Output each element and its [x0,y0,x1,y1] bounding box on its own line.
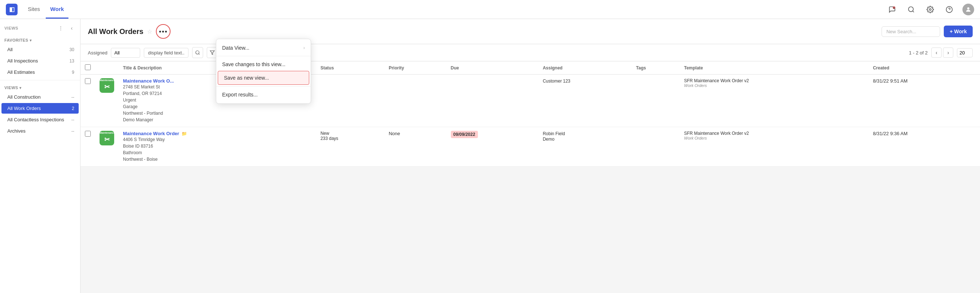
help-icon[interactable] [943,4,955,15]
dropdown-divider-2 [216,86,311,87]
priority-cell [384,74,446,127]
row-checkbox[interactable] [85,131,91,137]
work-badge: Maintenance ✂ [100,131,114,146]
sidebar-item-all-construction[interactable]: All Construction -- [2,92,79,102]
sidebar-item-label: Archives [7,128,67,134]
col-status: Status [316,62,385,74]
sidebar-item-all[interactable]: All 30 [2,44,79,55]
table-row: Maintenance ✂ Maintenance Work O... 2748… [81,74,980,127]
new-search-input[interactable]: New Search... [881,26,940,37]
sidebar-item-archives[interactable]: Archives -- [2,126,79,136]
main-content: All Work Orders ☆ New Search... + Work A… [81,19,980,293]
toolbar: Assigned All display field text.. 1 - 2 … [81,44,980,62]
sidebar-item-all-estimates[interactable]: All Estimates 9 [2,67,79,78]
nav-icons: ! [886,4,974,15]
new-work-button[interactable]: + Work [944,25,973,37]
created-cell: 8/31/22 9:51 AM [869,74,980,127]
sidebar: VIEWS ⋮ ‹ FAVORITES ▾ All 30 All Inspect… [0,19,81,293]
col-tags: Tags [632,62,679,74]
prev-page-button[interactable]: ‹ [931,48,942,58]
due-date-badge: 09/09/2022 [451,131,478,138]
notifications-icon[interactable]: ! [886,4,898,15]
assigned-select[interactable]: All [111,48,140,58]
chevron-right-icon: › [303,45,305,51]
work-order-title[interactable]: Maintenance Work Order [123,131,179,136]
dropdown-menu: Data View... › Save changes to this view… [216,39,311,104]
work-order-title[interactable]: Maintenance Work O... [123,78,174,84]
priority-cell: None [384,127,446,166]
due-cell [447,74,539,127]
svg-text:!: ! [894,6,894,9]
status-cell [316,74,385,127]
views-label: VIEWS [5,26,18,30]
favorites-label: FAVORITES [5,38,28,43]
app-logo[interactable]: ◧ [6,4,18,15]
sidebar-item-label: All Estimates [7,70,67,75]
sidebar-item-all-work-orders[interactable]: All Work Orders 2 [2,103,79,114]
settings-icon[interactable] [924,4,936,15]
page-header: All Work Orders ☆ New Search... + Work [81,19,980,44]
sidebar-item-label: All [7,47,67,52]
work-order-desc: 2748 SE Market St Portland, OR 97214 Urg… [123,84,174,123]
title-cell: Maintenance Work Order 📁 4406 S Timridge… [123,131,301,163]
favorites-arrow: ▾ [30,38,32,43]
template-cell: SFR Maintenance Work Order v2 Work Order… [679,74,869,127]
sidebar-header: VIEWS ⋮ ‹ [0,19,80,35]
top-nav: ◧ Sites Work ! [0,0,980,19]
sidebar-item-all-inspections[interactable]: All Inspections 13 [2,55,79,66]
favorite-star-icon[interactable]: ☆ [147,28,152,35]
sidebar-item-label: All Work Orders [7,106,67,111]
dropdown-item-save-as-new[interactable]: Save as new view... [218,71,309,85]
sidebar-item-count: 30 [67,47,74,52]
table-area: Title & Description Status Priority Due … [81,62,980,293]
search-filter-icon[interactable] [192,47,203,58]
sidebar-item-count: 13 [67,59,74,63]
col-priority: Priority [384,62,446,74]
sidebar-item-count: -- [67,117,74,122]
table-row: Maintenance ✂ Maintenance Work Order 📁 [81,127,980,166]
badge-label: Maintenance [100,131,114,134]
assigned-cell: Robin Field Demo [538,127,632,166]
created-cell: 8/31/22 9:36 AM [869,127,980,166]
sidebar-collapse-icon[interactable]: ‹ [68,24,76,32]
template-cell: SFR Maintenance Work Order v2 Work Order… [679,127,869,166]
next-page-button[interactable]: › [943,48,953,58]
sidebar-item-all-contactless[interactable]: All Contactless Inspections -- [2,114,79,125]
template-name: SFR Maintenance Work Order v2 [684,131,864,136]
nav-tabs: Sites Work [24,0,68,19]
folder-icon: 📁 [181,131,187,136]
col-template: Template [679,62,869,74]
dropdown-item-data-view[interactable]: Data View... › [216,41,311,54]
badge-label: Maintenance [100,78,114,81]
page-title: All Work Orders [88,27,143,36]
display-field-button[interactable]: display field text.. [144,48,188,58]
favorites-group[interactable]: FAVORITES ▾ [0,35,80,44]
template-sub: Work Orders [684,83,864,88]
pagination-info: 1 - 2 of 2 [909,50,928,55]
more-options-button[interactable] [156,24,170,39]
nav-tab-sites[interactable]: Sites [24,0,44,19]
work-badge: Maintenance ✂ [100,78,114,93]
search-icon[interactable] [905,4,917,15]
select-all-checkbox[interactable] [85,64,91,70]
template-name: SFR Maintenance Work Order v2 [684,78,864,83]
per-page-select[interactable]: 20 [957,48,973,57]
due-cell: 09/09/2022 [447,127,539,166]
nav-tab-work[interactable]: Work [46,0,68,19]
dropdown-item-export[interactable]: Export results... [216,88,311,101]
sidebar-item-count: 2 [67,106,74,111]
views-group[interactable]: VIEWS ▾ [0,82,80,91]
assigned-cell: Customer 123 [538,74,632,127]
template-sub: Work Orders [684,136,864,140]
row-checkbox[interactable] [85,78,91,84]
avatar[interactable] [963,4,974,15]
views-sub-label: VIEWS [5,86,18,90]
sidebar-item-label: All Inspections [7,58,67,63]
svg-point-7 [196,51,199,54]
dropdown-divider [216,56,311,56]
col-assigned: Assigned [538,62,632,74]
sidebar-more-icon[interactable]: ⋮ [57,24,65,32]
svg-point-3 [929,8,931,10]
dropdown-item-save-changes[interactable]: Save changes to this view... [216,58,311,71]
tags-cell [632,127,679,166]
